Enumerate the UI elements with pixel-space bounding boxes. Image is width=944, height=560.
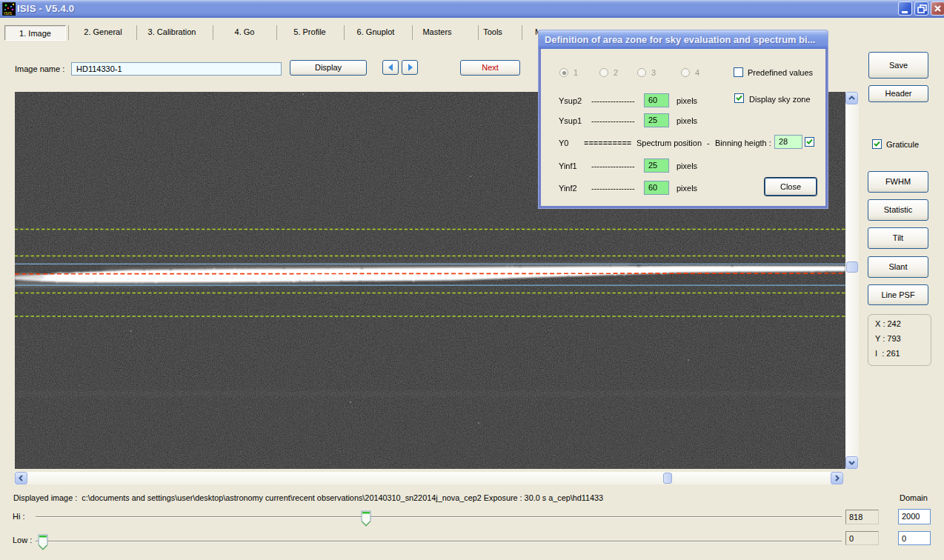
svg-text:ISIS: ISIS	[4, 11, 12, 16]
